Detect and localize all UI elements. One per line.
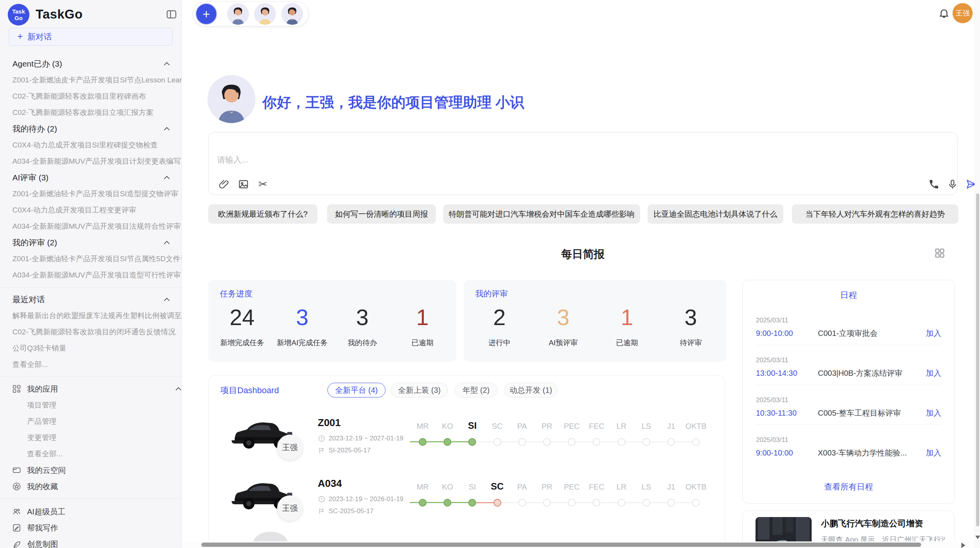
chevron-up-icon [163,62,170,66]
add-agent-button[interactable]: + [195,3,217,25]
schedule-time: 10:30-11:30 [756,409,818,418]
agent-avatar-3[interactable] [281,3,303,25]
creative-drawing-link[interactable]: 创意制图 [0,536,182,548]
project-dates: 2023-12-19 ~ 2026-01-19 [329,495,403,503]
join-meeting-link[interactable]: 加入 [926,408,941,418]
suggestion-chip[interactable]: 比亚迪全固态电池计划具体说了什么 [648,204,783,224]
dashboard-tab[interactable]: 动总开发 (1) [504,383,557,397]
sidebar-item[interactable]: A034-全新新能源MUV产品开发项目计划变更表编写 [0,153,182,170]
project-next-milestone: SC-2025-05-17 [329,507,373,515]
apps-view-all-link[interactable]: 查看全部... [0,446,182,462]
milestone-label: PEC [559,483,584,491]
milestone-dot[interactable] [444,499,451,507]
sidebar-item[interactable]: Z001-全新燃油皮卡产品开发项目SI节点Lesson Learn报告 [0,72,182,88]
chat-input[interactable] [216,155,681,165]
milestone-dot[interactable] [468,499,476,507]
suggestion-chip[interactable]: 欧洲新规最近颁布了什么? [208,204,317,224]
app-item[interactable]: 项目管理 [0,397,182,413]
vertical-scrollbar-thumb[interactable] [976,194,979,526]
my-cloud-space-link[interactable]: 我的云空间 [0,462,182,478]
new-chat-button[interactable]: + 新对话 [9,28,173,46]
milestone-dot[interactable] [493,499,501,507]
my-favorites-link[interactable]: 我的收藏 [0,478,182,495]
chevron-up-icon [163,297,170,302]
milestone-dot[interactable] [493,438,501,446]
microphone-icon[interactable] [947,179,958,190]
milestone-dot[interactable] [543,438,551,446]
dashboard-tab[interactable]: 全新上装 (3) [391,383,448,397]
schedule-meeting-title: C001-立项审批会 [818,328,926,339]
app-item[interactable]: 变更管理 [0,430,182,446]
milestone-dot[interactable] [568,438,576,446]
sidebar-section-header[interactable]: 我的评审 (2) [0,235,182,251]
milestone-dot[interactable] [518,438,526,446]
milestone-dot[interactable] [692,499,700,507]
sidebar-item[interactable]: Z001-全新燃油轻卡产品开发项目SI节点属性5D文件评审 [0,251,182,267]
milestone-dot[interactable] [692,438,700,446]
sidebar-item[interactable]: C02-飞腾新能源轻客改款项目里程碑画布 [0,88,182,104]
milestone-dot[interactable] [419,438,427,446]
milestone-dot[interactable] [444,438,451,446]
recent-chat-item[interactable]: C02-飞腾新能源轻客改款项目的闭环通告反馈情况 [0,324,182,340]
recent-chats-header[interactable]: 最近对话 [0,291,182,308]
view-all-schedule-link[interactable]: 查看所有日程 [743,481,954,492]
scroll-down-arrow-icon[interactable] [975,536,980,539]
notification-bell-icon[interactable] [938,7,950,19]
sidebar-item[interactable]: A034-全新新能源MUV产品开发项目造型可行性评审 [0,267,182,283]
milestone-dot[interactable] [593,499,600,507]
sidebar-item[interactable]: Z001-全新燃油轻卡产品开发项目SI造型提交物评审 [0,186,182,202]
project-code: A034 [318,478,342,490]
milestone-dot[interactable] [667,499,675,507]
briefing-layout-icon[interactable] [934,248,945,259]
horizontal-scrollbar-thumb[interactable] [201,543,921,547]
agent-avatar-2[interactable] [254,3,276,25]
sidebar-section-header[interactable]: Agent已办 (3) [0,56,182,72]
sidebar-collapse-icon[interactable] [166,9,177,20]
milestone-dot[interactable] [618,438,625,446]
user-avatar[interactable]: 王强 [953,3,973,23]
recent-chat-item[interactable]: 解释最新出台的欧盟报废车法规再生塑料比例被调至15%... [0,308,182,324]
my-apps-header[interactable]: 我的应用 [0,381,182,397]
divider [756,385,941,385]
app-item[interactable]: 产品管理 [0,413,182,430]
dashboard-tab[interactable]: 全新平台 (4) [327,383,385,397]
sidebar-item[interactable]: A034-全新新能源MUV产品开发项目法规符合性评审 [0,218,182,235]
sidebar-item[interactable]: C0X4-动力总成开发项目工程变更评审 [0,202,182,218]
project-row[interactable]: 王强Z0012023-12-19 ~ 2027-01-19SI-2025-05-… [224,410,723,472]
join-meeting-link[interactable]: 加入 [926,448,941,458]
join-meeting-link[interactable]: 加入 [926,368,941,378]
help-me-write-link[interactable]: 帮我写作 [0,520,182,536]
milestone-dot[interactable] [667,438,675,446]
image-upload-icon[interactable] [238,179,249,190]
sidebar-item[interactable]: C0X4-动力总成开发项目SI里程碑提交物检查 [0,137,182,153]
milestone-dot[interactable] [642,499,650,507]
suggestion-chip[interactable]: 当下年轻人对汽车外观有怎样的喜好趋势 [792,204,958,224]
milestone-dot[interactable] [618,499,625,507]
milestone-dot[interactable] [468,438,476,446]
attachment-icon[interactable] [219,179,230,190]
recent-chat-item[interactable]: 公司Q3轻卡销量 [0,340,182,356]
recent-view-all-link[interactable]: 查看全部... [0,356,182,373]
suggestion-chip[interactable]: 如何写一份清晰的项目周报 [327,204,436,224]
schedule-date: 2025/03/11 [756,436,941,444]
ai-super-staff-link[interactable]: AI超级员工 [0,503,182,520]
scroll-right-arrow-icon[interactable] [961,543,965,548]
sidebar-section-header[interactable]: 我的待办 (2) [0,121,182,137]
milestone-dot[interactable] [543,499,551,507]
milestone-dot[interactable] [419,499,427,507]
suggestion-chip[interactable]: 特朗普可能对进口汽车增税会对中国车企造成哪些影响 [443,204,640,224]
voice-call-icon[interactable] [929,179,939,190]
scissors-icon[interactable]: ✂ [257,179,268,190]
milestone-dot[interactable] [593,438,600,446]
vertical-scrollbar[interactable] [975,0,980,548]
horizontal-scrollbar[interactable] [182,541,975,548]
sidebar-item[interactable]: C02-飞腾新能源轻客改款项目立项汇报方案 [0,104,182,121]
project-row[interactable]: 王强A0342023-12-19 ~ 2026-01-19SC-2025-05-… [224,471,723,533]
sidebar-section-header[interactable]: AI评审 (3) [0,170,182,186]
milestone-dot[interactable] [518,499,526,507]
dashboard-tab[interactable]: 年型 (2) [455,383,497,397]
milestone-dot[interactable] [568,499,576,507]
agent-avatar-1[interactable] [227,3,249,25]
milestone-dot[interactable] [642,438,650,446]
join-meeting-link[interactable]: 加入 [926,328,941,339]
